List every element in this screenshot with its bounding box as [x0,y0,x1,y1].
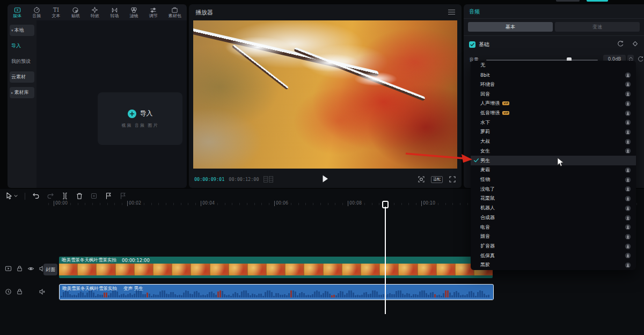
undo-icon[interactable] [32,192,40,200]
waveform-bar [155,295,157,297]
download-icon[interactable] [625,129,631,135]
video-clip[interactable]: 唯美雪景冬天枫叶雪景实拍 00:00:12:00 [59,257,493,278]
cover-button[interactable]: 封面 [43,264,57,275]
waveform-bar [82,293,84,298]
voice-option-0[interactable]: 无 [471,61,636,70]
voice-option-14[interactable]: 花栗鼠 [471,194,636,203]
lock-icon[interactable] [16,288,23,295]
toolbar-item-audio[interactable]: 音频 [32,6,41,18]
play-button[interactable] [321,174,329,183]
download-icon[interactable] [625,205,631,212]
tab-speed[interactable]: 变速 [555,22,640,32]
waveform-bar [196,291,197,297]
voice-option-16[interactable]: 合成器 [471,213,636,223]
fit-ratio-button[interactable]: 适配 [431,176,443,183]
select-tool-icon[interactable] [5,192,18,200]
waveform-bar [168,294,170,297]
sidebar-item-2[interactable]: 我的预设 [10,56,34,67]
download-icon[interactable] [625,100,631,107]
import-dropzone[interactable]: 导入 视频 音频 图片 [98,92,182,145]
download-icon[interactable] [625,148,631,154]
download-icon[interactable] [625,119,631,126]
download-icon[interactable] [625,224,631,230]
download-icon[interactable] [625,91,631,97]
basic-checkbox[interactable] [469,41,475,48]
flag-outline-icon[interactable] [119,192,127,200]
sidebar-item-3[interactable]: 云素材 [10,71,34,83]
clip-thumbnail [153,264,172,275]
toolbar-item-adjust[interactable]: 调节 [149,6,158,18]
toolbar-item-pack[interactable]: 素材包 [169,6,181,18]
audio-clip[interactable]: 唯美雪景冬天枫叶雪景实拍 变声 男生 [59,284,494,300]
clip-thumbnail [135,264,153,275]
toolbar-item-filter[interactable]: 滤镜 [129,6,138,18]
download-icon[interactable] [625,243,631,250]
download-icon[interactable] [625,72,631,78]
preview-video[interactable] [193,20,457,169]
fullscreen-icon[interactable] [449,176,456,183]
download-icon[interactable] [625,186,631,192]
download-icon[interactable] [625,139,631,145]
export-button-sliver[interactable] [587,0,608,2]
download-icon[interactable] [625,252,631,259]
clip-thumbnail [116,264,135,275]
download-icon[interactable] [625,234,631,240]
waveform-bar [488,295,489,297]
redo-icon[interactable] [47,192,54,200]
download-icon[interactable] [625,110,631,116]
player-menu-icon[interactable] [448,9,455,15]
voice-option-11[interactable]: 麦霸 [471,165,636,175]
voice-option-6[interactable]: 水下 [471,118,636,127]
waveform-bar [402,294,404,297]
download-icon[interactable] [625,167,631,173]
download-icon[interactable] [625,81,631,88]
voice-option-12[interactable]: 怪物 [471,175,636,185]
split-icon[interactable] [61,192,69,200]
voice-option-4[interactable]: 人声增强VIP [471,99,636,108]
voice-option-selected[interactable]: 男生 [471,156,636,165]
download-icon[interactable] [625,262,631,268]
voice-option-20[interactable]: 低保真 [471,251,636,260]
sidebar-item-4[interactable]: ▸素材库 [10,87,34,98]
voice-option-9[interactable]: 女生 [471,146,636,156]
voice-option-5[interactable]: 低音增强VIP [471,108,636,118]
voice-option-2[interactable]: 环绕音 [471,79,636,89]
waveform-bar [374,290,376,297]
waveform-bar [331,295,333,297]
toolbar-item-fx[interactable]: 特效 [91,6,99,18]
crop-icon[interactable] [90,192,98,200]
sidebar-item-0[interactable]: ▾本地 [10,25,34,36]
download-icon[interactable] [625,177,631,183]
toolbar-item-sticker[interactable]: 贴纸 [71,6,80,18]
voice-option-15[interactable]: 机器人 [471,203,636,213]
download-icon[interactable] [625,215,631,221]
waveform-bar [355,295,356,297]
voice-option-21[interactable]: 黑胶 [471,260,636,270]
keyframe-diamond-icon[interactable] [632,40,639,47]
sidebar-item-1[interactable]: 导入 [10,40,34,52]
voice-option-8[interactable]: 大叔 [471,137,636,147]
lock-icon[interactable] [16,265,23,272]
voice-option-3[interactable]: 回音 [471,89,636,99]
voice-option-17[interactable]: 电音 [471,222,636,232]
toolbar-item-text[interactable]: TI文本 [52,6,61,18]
flag-icon[interactable] [105,192,112,200]
waveform-bar [114,290,116,297]
reset-icon[interactable] [617,40,624,47]
tab-basic[interactable]: 基本 [468,22,553,32]
toolbar-item-media[interactable]: 媒体 [13,6,21,18]
voice-option-18[interactable]: 颤音 [471,232,636,242]
frame-view-icon[interactable] [264,176,273,183]
voice-option-19[interactable]: 扩音器 [471,242,636,251]
voice-option-7[interactable]: 萝莉 [471,127,636,137]
mute-icon[interactable] [39,288,46,295]
voice-option-1[interactable]: 8bit [471,70,636,80]
header-button-sliver[interactable] [556,0,580,2]
toolbar-item-transition[interactable]: 转场 [110,6,119,18]
delete-icon[interactable] [76,192,83,200]
mirror-preview-icon[interactable] [418,176,425,183]
eye-icon[interactable] [27,265,34,272]
voice-option-13[interactable]: 没电了 [471,184,636,194]
volume-reset-icon[interactable] [638,56,644,62]
download-icon[interactable] [625,195,631,202]
